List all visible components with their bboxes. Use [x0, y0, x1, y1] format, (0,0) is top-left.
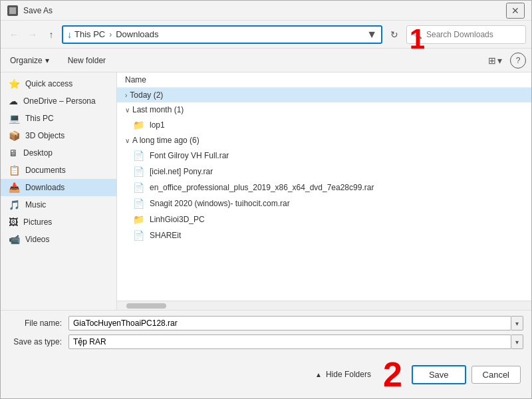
bottom-area: File name: ▾ Save as type: ▾ ▲ Hide Fold… [1, 310, 531, 398]
sidebar-label-videos: Videos [25, 235, 49, 244]
group-label-last-month: Last month (1) [132, 105, 184, 114]
file-item-name: SHAREit [150, 231, 181, 240]
file-name-dropdown[interactable]: ▾ [511, 316, 523, 331]
folder-icon: 📁 [133, 214, 144, 225]
sidebar-item-pictures[interactable]: 🖼Pictures [1, 213, 116, 231]
address-current-folder: Downloads [116, 29, 158, 39]
sidebar-label-quick-access: Quick access [25, 79, 72, 88]
sidebar-label-documents: Documents [25, 166, 66, 175]
view-dropdown-icon: ▾ [497, 55, 502, 66]
group-header-last-month[interactable]: ∨Last month (1) [117, 102, 531, 117]
group-header-long-ago[interactable]: ∨A long time ago (6) [117, 133, 531, 148]
sidebar-label-3d-objects: 3D Objects [25, 131, 65, 140]
sidebar-icon-videos: 📹 [9, 234, 20, 245]
h-scroll-thumb[interactable] [126, 303, 166, 309]
title-bar: Save As ✕ [1, 1, 531, 21]
view-button[interactable]: ⊞ ▾ [484, 53, 506, 68]
sidebar-icon-music: 🎵 [9, 200, 20, 210]
group-label-today: Today (2) [130, 90, 163, 100]
sidebar-icon-quick-access: ⭐ [9, 78, 20, 89]
sidebar-icon-downloads: 📥 [9, 182, 20, 193]
sidebar-item-documents[interactable]: 📋Documents [1, 162, 116, 179]
sidebar-item-videos[interactable]: 📹Videos [1, 231, 116, 248]
sidebar-icon-documents: 📋 [9, 165, 20, 176]
refresh-button[interactable]: ↻ [385, 25, 404, 44]
button-row: ▲ Hide Folders 2 Save Cancel [9, 353, 523, 393]
sidebar-item-onedrive[interactable]: ☁OneDrive – Persona [1, 92, 116, 110]
sidebar-icon-desktop: 🖥 [9, 148, 18, 158]
search-icon: 🔍 [412, 30, 422, 39]
hide-folders-icon: ▲ [315, 371, 322, 378]
file-item[interactable]: 📁LinhGioi3D_PC [117, 211, 531, 227]
forward-button[interactable]: → [25, 27, 41, 43]
file-item[interactable]: 📄SHAREit [117, 227, 531, 243]
dialog-icon [7, 5, 18, 16]
sidebar-item-desktop[interactable]: 🖥Desktop [1, 144, 116, 162]
organize-dropdown-icon: ▾ [45, 56, 49, 65]
group-header-today[interactable]: ›Today (2) [117, 88, 531, 102]
file-icon: 📄 [133, 198, 144, 209]
sidebar-icon-3d-objects: 📦 [9, 130, 20, 141]
file-item[interactable]: 📄[iciel.net] Pony.rar [117, 164, 531, 180]
back-button[interactable]: ← [6, 27, 22, 43]
annotation-2: 2 [383, 357, 402, 392]
file-item[interactable]: 📄Snagit 2020 (windows)- tuihocit.com.rar [117, 196, 531, 211]
title-bar-left: Save As [7, 5, 53, 16]
address-thispc: This PC [74, 29, 105, 39]
folder-icon: 📁 [133, 120, 144, 130]
sidebar-icon-onedrive: ☁ [9, 96, 18, 106]
file-item-name: en_office_professional_plus_2019_x86_x64… [150, 183, 374, 192]
hide-folders-button[interactable]: ▲ Hide Folders [309, 367, 378, 382]
save-as-type-dropdown[interactable]: ▾ [511, 334, 523, 349]
sidebar-icon-pictures: 🖼 [9, 217, 18, 227]
address-bar[interactable]: ↓ This PC › Downloads ▼ [62, 25, 382, 44]
sidebar-label-downloads: Downloads [25, 183, 65, 192]
svg-rect-0 [9, 7, 16, 14]
organize-button[interactable]: Organize ▾ [6, 53, 53, 68]
sidebar-item-music[interactable]: 🎵Music [1, 196, 116, 213]
address-dropdown-arrow[interactable]: ▼ [366, 29, 377, 41]
file-name-row: File name: ▾ [9, 316, 523, 331]
help-button[interactable]: ? [510, 53, 526, 68]
view-icon: ⊞ [488, 55, 496, 66]
file-item-name: Snagit 2020 (windows)- tuihocit.com.rar [150, 199, 290, 208]
sidebar: ⭐Quick access☁OneDrive – Persona💻This PC… [1, 72, 117, 310]
file-list: ›Today (2)∨Last month (1)📁lop1∨A long ti… [117, 88, 531, 301]
organize-label: Organize [10, 56, 43, 65]
column-name: Name [125, 75, 523, 84]
file-name-input[interactable] [68, 316, 511, 331]
address-download-icon: ↓ [67, 29, 72, 40]
menubar: Organize ▾ New folder ⊞ ▾ ? [1, 49, 531, 72]
save-as-dialog: Save As ✕ ← → ↑ ↓ This PC › Downloads ▼ … [0, 0, 532, 399]
cancel-button[interactable]: Cancel [471, 366, 521, 384]
horizontal-scrollbar[interactable] [117, 301, 531, 310]
file-item-name: [iciel.net] Pony.rar [150, 167, 213, 176]
save-as-type-label: Save as type: [9, 337, 68, 346]
sidebar-item-this-pc[interactable]: 💻This PC [1, 110, 116, 127]
file-icon: 📄 [133, 166, 144, 177]
file-item[interactable]: 📄Font Gilroy VH Full.rar [117, 148, 531, 164]
up-button[interactable]: ↑ [43, 27, 59, 43]
file-item-name: lop1 [150, 120, 165, 130]
save-as-type-input[interactable] [68, 334, 511, 349]
sidebar-icon-this-pc: 💻 [9, 113, 20, 124]
toolbar: ← → ↑ ↓ This PC › Downloads ▼ ↻ 🔍 [1, 21, 531, 49]
sidebar-item-3d-objects[interactable]: 📦3D Objects [1, 127, 116, 144]
sidebar-label-desktop: Desktop [23, 148, 53, 158]
sidebar-label-onedrive: OneDrive – Persona [23, 96, 96, 106]
file-icon: 📄 [133, 150, 144, 161]
sidebar-item-quick-access[interactable]: ⭐Quick access [1, 75, 116, 92]
group-label-long-ago: A long time ago (6) [132, 136, 200, 145]
content-area: ⭐Quick access☁OneDrive – Persona💻This PC… [1, 72, 531, 310]
new-folder-button[interactable]: New folder [61, 53, 112, 68]
hide-folders-label: Hide Folders [326, 370, 371, 379]
search-input[interactable] [426, 30, 520, 39]
file-item[interactable]: 📁lop1 [117, 117, 531, 133]
save-as-type-row: Save as type: ▾ [9, 334, 523, 349]
sidebar-item-downloads[interactable]: 📥Downloads [1, 179, 116, 196]
file-item[interactable]: 📄en_office_professional_plus_2019_x86_x6… [117, 180, 531, 196]
close-button[interactable]: ✕ [506, 3, 525, 19]
save-button[interactable]: Save [412, 365, 466, 384]
group-toggle-long-ago: ∨ [125, 137, 130, 144]
sidebar-label-music: Music [25, 200, 46, 209]
